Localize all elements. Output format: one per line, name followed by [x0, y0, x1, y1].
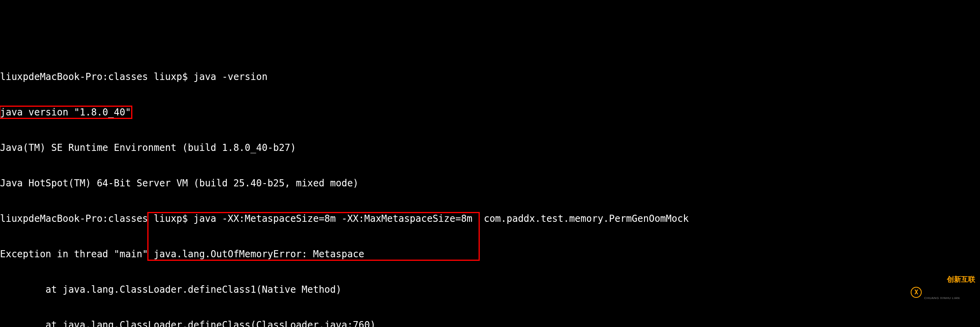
terminal-line: at java.lang.ClassLoader.defineClass1(Na… [0, 284, 980, 295]
watermark-logo-icon: X [911, 287, 922, 298]
watermark: X 创新互联 CHUANG XINHU LIAN [911, 261, 975, 324]
terminal-line: Java(TM) SE Runtime Environment (build 1… [0, 142, 980, 154]
terminal-line: java version "1.8.0_40" [0, 106, 980, 118]
watermark-logo-letter: X [914, 288, 918, 296]
terminal-line: Java HotSpot(TM) 64-Bit Server VM (build… [0, 177, 980, 189]
terminal-output[interactable]: liuxpdeMacBook-Pro:classes liuxp$ java -… [0, 47, 980, 327]
watermark-brand: 创新互联 [947, 275, 975, 283]
terminal-line: liuxpdeMacBook-Pro:classes liuxp$ java -… [0, 213, 980, 225]
terminal-line: liuxpdeMacBook-Pro:classes liuxp$ java -… [0, 71, 980, 83]
terminal-line: Exception in thread "main" java.lang.Out… [0, 248, 980, 260]
terminal-line: at java.lang.ClassLoader.defineClass(Cla… [0, 319, 980, 327]
watermark-sub: CHUANG XINHU LIAN [924, 296, 975, 300]
